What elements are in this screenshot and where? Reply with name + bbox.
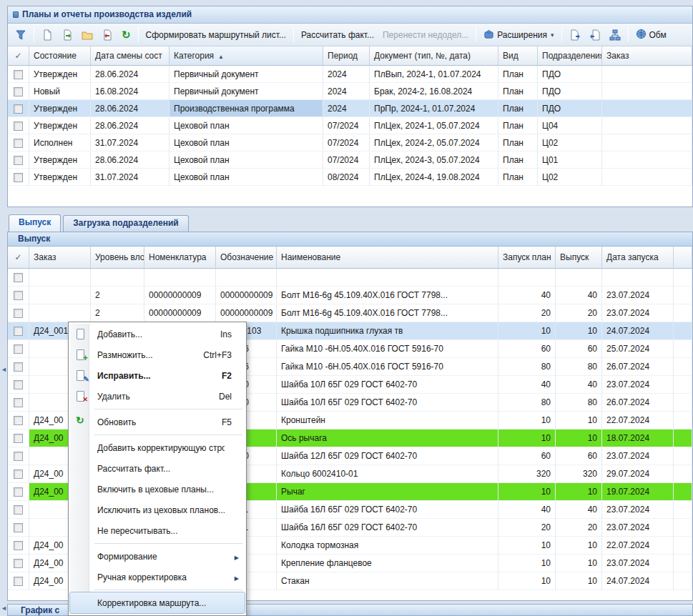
cell-name[interactable]: Кольцо 6002410-01 [277,465,498,483]
cell-name[interactable] [277,269,498,287]
row-select-cell[interactable] [8,429,29,447]
cell-start-date[interactable]: 23.07.2024 [602,287,674,304]
cell-output[interactable]: 10 [556,537,602,555]
cell-output[interactable]: 20 [556,519,602,537]
cell-category[interactable]: Цеховой план [169,117,323,134]
exchange-button[interactable]: Обм [631,26,671,44]
cell-category[interactable]: Цеховой план [169,169,323,186]
cell-name[interactable]: Шайба 16Л 65Г 029 ГОСТ 6402-70 [277,519,498,537]
collapse-left-splitter[interactable]: ◄ [1,366,7,373]
send-document-icon[interactable] [565,27,585,43]
cell-date[interactable]: 31.07.2024 [91,134,169,151]
cell-state[interactable]: Утвержден [29,66,91,83]
cell-document[interactable]: Брак, 2024-2, 16.08.2024 [370,83,498,100]
cell-state[interactable]: Утвержден [29,100,91,117]
context-menu-item[interactable] [70,407,245,412]
col-start-date-header[interactable]: Дата запуска [602,247,674,269]
row-checkbox[interactable] [14,362,23,372]
cell-state[interactable]: Исполнен [29,134,91,151]
new-document-icon[interactable] [37,27,57,43]
cell-kind[interactable]: План [498,83,538,100]
cell-start-date[interactable]: 23.07.2024 [602,501,674,519]
row-checkbox[interactable] [14,577,23,586]
cell-plan[interactable]: 10 [498,555,556,572]
row-checkbox[interactable] [14,487,23,497]
cell-dept[interactable]: Ц02 [538,134,602,151]
cell-output[interactable]: 80 [556,358,602,376]
row-select-cell[interactable] [8,117,29,134]
cell-name[interactable]: Гайка М10 -6Н.05.40Х.016 ГОСТ 5916-70 [277,340,498,358]
cell-dept[interactable]: ПДО [538,83,602,100]
col-kind-header[interactable]: Вид [498,46,538,66]
cell-name[interactable]: Гайка М10 -6Н.05.40Х.016 ГОСТ 5916-70 [277,358,498,376]
cell-output[interactable]: 60 [556,340,602,358]
cell-category[interactable]: Цеховой план [169,151,323,169]
cell-plan[interactable]: 10 [498,537,556,555]
cell-output[interactable]: 320 [556,465,602,483]
row-select-cell[interactable] [8,83,29,100]
cell-plan[interactable]: 10 [498,322,556,340]
import-document-icon[interactable] [57,27,77,43]
cell-date[interactable]: 31.07.2024 [91,169,169,186]
cell-order[interactable] [29,304,91,322]
extensions-button[interactable]: Расширения ▾ [479,26,558,44]
cell-output[interactable]: 40 [556,287,602,304]
cell-kind[interactable]: План [498,100,538,117]
cell-plan[interactable] [498,269,556,287]
cell-output[interactable]: 40 [556,501,602,519]
cell-output[interactable]: 10 [556,483,602,501]
cell-dept[interactable]: ПДО [538,100,602,117]
row-select-cell[interactable] [8,572,29,590]
context-menu-item[interactable]: Корректировка маршрута... [70,592,245,613]
cell-category[interactable]: Первичный документ [169,83,323,100]
context-menu-item[interactable] [70,587,245,592]
cell-name[interactable]: Шайба 16Л 65Г 029 ГОСТ 6402-70 [277,501,498,519]
cell-dept[interactable]: Ц01 [538,151,602,169]
cell-nomenclature[interactable]: 00000000009 [144,287,216,304]
cell-dept[interactable]: ПДО [538,66,602,83]
plans-row[interactable]: Утвержден 28.06.2024 Цеховой план 07/202… [8,151,692,169]
cell-document[interactable]: ПлЦех, 2024-2, 05.07.2024 [370,134,498,151]
cell-period[interactable]: 2024 [323,100,370,117]
cell-plan[interactable]: 40 [498,501,556,519]
row-checkbox[interactable] [14,156,23,165]
row-select-cell[interactable] [8,322,29,340]
col-nomenclature-header[interactable]: Номенклатура [144,247,216,269]
context-menu-item[interactable]: Исправить... F2 [70,365,245,386]
cell-document[interactable]: ПлЦех, 2024-3, 05.07.2024 [370,151,498,169]
cell-plan[interactable]: 40 [498,287,556,304]
col-level-header[interactable]: Уровень вложен [91,247,144,269]
cell-kind[interactable]: План [498,134,538,151]
cell-start-date[interactable] [602,269,674,287]
row-checkbox[interactable] [14,398,23,407]
cell-start-date[interactable]: 25.07.2024 [602,340,674,358]
cell-start-date[interactable]: 26.07.2024 [602,358,674,376]
cell-name[interactable]: Крепление фланцевое [277,555,498,572]
cell-dept[interactable]: Ц04 [538,117,602,134]
row-checkbox[interactable] [14,173,23,182]
plans-row[interactable]: Утвержден 31.07.2024 Цеховой план 08/202… [8,169,692,186]
row-select-cell[interactable] [8,269,29,287]
cell-order[interactable] [602,66,692,83]
cell-category[interactable]: Производственная программа [169,100,323,117]
col-dept-header[interactable]: Подразделения [538,46,602,66]
row-checkbox[interactable] [14,470,23,479]
cell-start-date[interactable]: 29.07.2024 [602,465,674,483]
calc-fact-button[interactable]: Рассчитать факт... [297,28,378,42]
row-checkbox[interactable] [14,380,23,389]
cell-order[interactable] [602,151,692,169]
open-folder-icon[interactable] [77,27,97,43]
row-select-cell[interactable] [8,358,29,376]
row-select-cell[interactable] [8,394,29,412]
cell-period[interactable]: 07/2024 [323,134,370,151]
output-row[interactable]: 2 00000000009 00000000009 Болт М16-6g 45… [8,304,692,322]
cell-document[interactable]: ПрПр, 2024-1, 01.07.2024 [370,100,498,117]
cell-output[interactable]: 10 [556,555,602,572]
cell-kind[interactable]: План [498,151,538,169]
cell-start-date[interactable]: 24.07.2024 [602,322,674,340]
cell-date[interactable]: 28.06.2024 [91,100,169,117]
row-select-cell[interactable] [8,169,29,186]
cell-start-date[interactable]: 24.07.2024 [602,572,674,590]
cell-output[interactable]: 10 [556,429,602,447]
output-row[interactable]: 2 00000000009 00000000009 Болт М16-6g 45… [8,287,692,304]
